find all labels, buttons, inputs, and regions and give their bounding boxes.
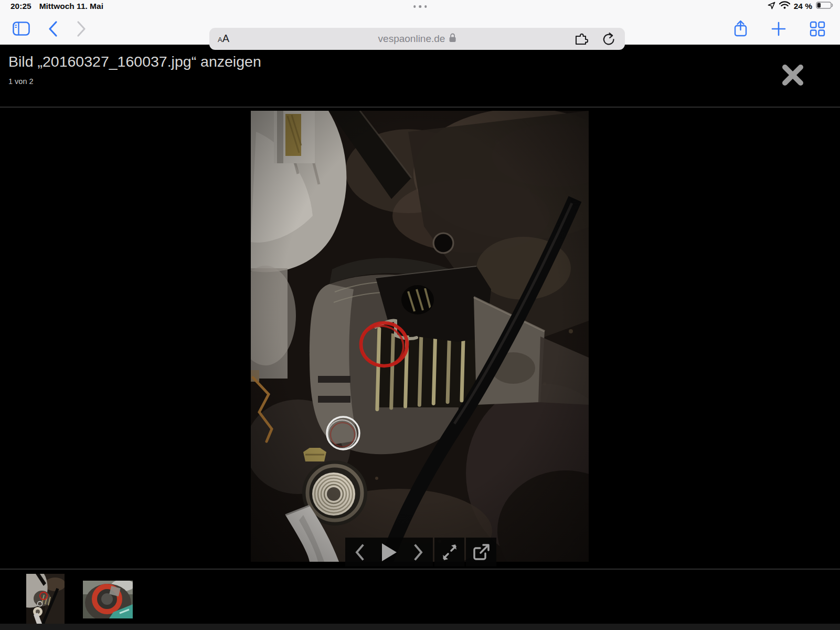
forward-icon[interactable] [76,20,87,37]
lightbox-image[interactable] [251,111,589,562]
status-date: Mittwoch 11. Mai [39,2,103,11]
thumbnail-1-engine[interactable] [26,574,65,624]
viewer-nav-controls [345,538,433,566]
next-icon[interactable] [404,538,433,566]
new-tab-icon[interactable] [771,22,786,36]
safari-toolbar: AA vespaonline.de [0,13,840,45]
url-text: vespaonline.de [378,33,445,45]
status-bar: 20:25 Mittwoch 11. Mai 24 % [0,0,840,13]
extensions-icon[interactable] [575,33,588,46]
open-external-icon[interactable] [467,538,496,566]
footer-divider [0,569,840,570]
play-icon[interactable] [375,538,403,566]
lightbox-title: Bild „20160327_160037.jpg“ anzeigen [8,53,261,70]
tabs-icon[interactable] [810,21,825,37]
prev-icon[interactable] [345,538,374,566]
viewer-open-control [466,538,496,566]
viewer-fullscreen-control [434,538,464,566]
status-dots-icon[interactable] [413,5,427,8]
thumbnail-2-wheel[interactable] [83,581,133,618]
share-icon[interactable] [733,20,748,37]
browser-chrome: 20:25 Mittwoch 11. Mai 24 % [0,0,840,45]
bottom-strip [0,624,840,630]
address-bar[interactable]: AA vespaonline.de [209,28,625,50]
reload-icon[interactable] [602,32,615,46]
status-time: 20:25 [10,2,31,11]
back-icon[interactable] [48,20,58,37]
header-divider [0,107,840,108]
lightbox-counter: 1 von 2 [8,77,34,86]
safari-window: 20:25 Mittwoch 11. Mai 24 % [0,0,840,630]
reader-icon[interactable]: AA [218,28,229,55]
wifi-icon [779,1,790,12]
lock-icon [449,33,456,45]
battery-percent: 24 % [794,2,812,11]
sidebar-icon[interactable] [13,22,30,36]
fullscreen-icon[interactable] [435,538,464,566]
close-icon[interactable] [780,62,806,89]
battery-icon [816,1,834,12]
location-icon [768,2,775,12]
